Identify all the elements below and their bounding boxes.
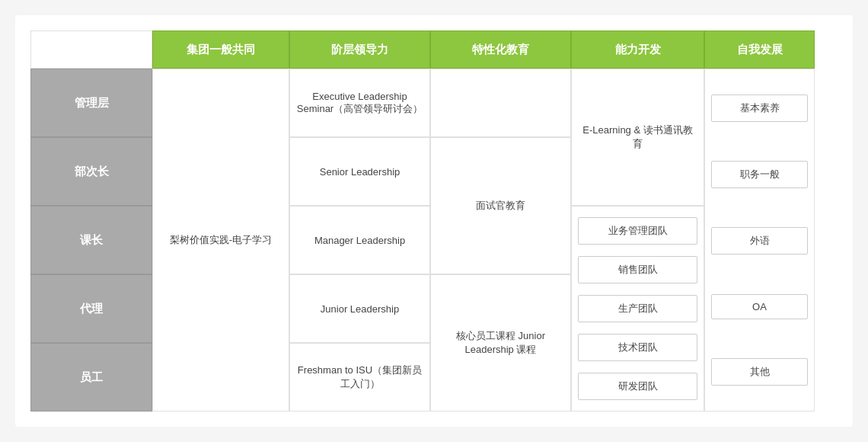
header-col5: 自我发展 [704,30,815,69]
ability-item-1: 销售团队 [578,256,697,283]
row-label-buci: 部次长 [30,137,152,206]
self-dev-column: 基本素养 职务一般 外语 OA 其他 [704,69,815,412]
executive-leadership: Executive Leadership Seminar（高管领导研讨会） [289,69,430,137]
header-empty [30,30,152,69]
ability-item-3: 技术团队 [578,334,697,361]
self-item-0: 基本素养 [711,94,808,122]
ability-item-2: 生产团队 [578,295,697,322]
header-col1: 集团一般共同 [152,30,289,69]
junior-leadership: Junior Leadership [289,274,430,343]
row-label-guanli: 管理层 [30,69,152,137]
r1-col3-empty [430,69,571,137]
ability-item-4: 研发团队 [578,373,697,400]
self-item-2: 外语 [711,227,808,255]
header-col2: 阶层领导力 [289,30,430,69]
self-item-1: 职务一般 [711,161,808,188]
row-label-yuangong: 员工 [30,343,152,412]
header-col4: 能力开发 [571,30,704,69]
ability-column: 业务管理团队 销售团队 生产团队 技术团队 研发团队 [571,206,704,412]
freshman-isu: Freshman to ISU（集团新员工入门） [289,343,430,412]
self-item-4: 其他 [711,358,808,386]
senior-leadership: Senior Leadership [289,137,430,206]
row-label-kezhang: 课长 [30,206,152,274]
row-label-daili: 代理 [30,274,152,343]
main-grid: 集团一般共同 阶层领导力 特性化教育 能力开发 自我发展 管理层 梨树价值实践-… [30,30,838,412]
ability-item-0: 业务管理团队 [578,217,697,245]
self-item-3: OA [711,294,808,319]
mianshi-cell: 面试官教育 [430,137,571,274]
manager-leadership: Manager Leadership [289,206,430,274]
core-employee-cell: 核心员工课程 Junior Leadership 课程 [430,274,571,412]
elearning-cell: E-Learning & 读书通讯教育 [571,69,704,206]
col1-content: 梨树价值实践-电子学习 [152,69,289,412]
header-col3: 特性化教育 [430,30,571,69]
